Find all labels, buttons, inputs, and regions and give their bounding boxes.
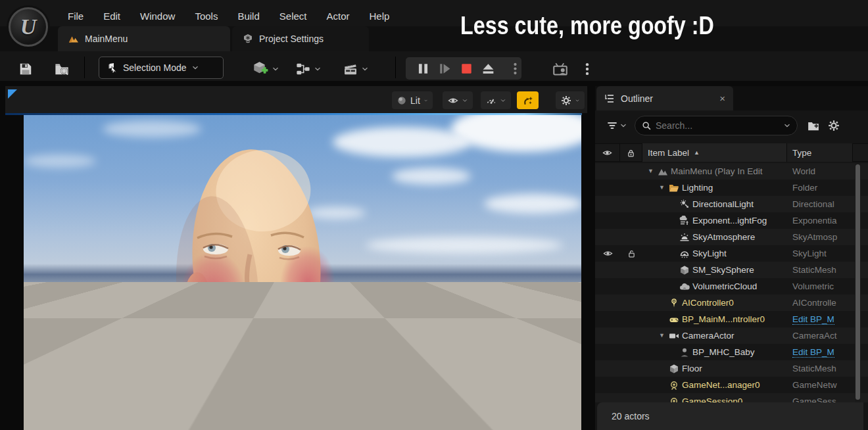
- camera-icon: [669, 331, 679, 341]
- play-options-kebab-icon[interactable]: [508, 62, 522, 76]
- item-label-column-header[interactable]: Item Label ▲: [642, 143, 787, 162]
- filter-dropdown[interactable]: [607, 120, 627, 131]
- save-button[interactable]: [18, 62, 33, 76]
- selection-mode-dropdown[interactable]: Selection Mode: [99, 57, 224, 79]
- outliner-row[interactable]: VolumetricCloudVolumetric: [595, 278, 868, 295]
- actor-type: StaticMesh: [792, 265, 857, 275]
- lock-column-header[interactable]: [620, 143, 642, 162]
- stop-button[interactable]: [460, 62, 473, 76]
- show-flags-dropdown[interactable]: [443, 91, 473, 109]
- expander-arrow-icon[interactable]: ▼: [659, 327, 669, 344]
- chevron-down-icon[interactable]: [784, 122, 790, 129]
- chevron-down-icon: [500, 97, 506, 104]
- menu-help[interactable]: Help: [360, 11, 400, 22]
- unreal-editor-window: U FileEditWindowToolsBuildSelectActorHel…: [0, 0, 868, 430]
- lock-icon: [627, 148, 635, 158]
- outliner-row[interactable]: FloorStaticMesh: [595, 360, 868, 377]
- menu-edit[interactable]: Edit: [93, 11, 130, 22]
- tab-project-settings[interactable]: Project Settings: [232, 26, 369, 51]
- create-folder-button[interactable]: [807, 120, 820, 131]
- gauge-icon: [486, 95, 496, 106]
- menu-tools[interactable]: Tools: [185, 11, 228, 22]
- eye-icon: [448, 95, 458, 106]
- mesh-icon: [679, 265, 690, 275]
- row-lock-toggle[interactable]: [620, 249, 642, 258]
- outliner-row[interactable]: DirectionalLightDirectional: [595, 196, 868, 212]
- lock-open-icon: [627, 249, 636, 258]
- row-visibility-toggle[interactable]: [595, 249, 620, 258]
- outliner-settings-button[interactable]: [828, 120, 840, 131]
- pause-button[interactable]: [416, 62, 430, 76]
- actor-type: Folder: [792, 183, 857, 193]
- outliner-tab-label: Outliner: [621, 93, 713, 104]
- type-column-header[interactable]: Type: [787, 143, 853, 162]
- outliner-footer: 20 actors: [597, 402, 863, 430]
- viewport-settings-dropdown[interactable]: [556, 91, 585, 109]
- menubar-items: FileEditWindowToolsBuildSelectActorHelp: [58, 5, 399, 26]
- netman-icon: [669, 380, 679, 391]
- menu-build[interactable]: Build: [228, 11, 269, 22]
- sky-atm-icon: [679, 232, 690, 243]
- play-button[interactable]: Play: [486, 330, 524, 355]
- performance-dropdown[interactable]: [481, 91, 511, 109]
- expander-arrow-icon[interactable]: ▼: [659, 179, 669, 196]
- eject-button[interactable]: [481, 62, 495, 76]
- view-mode-dropdown[interactable]: Lit: [392, 91, 433, 109]
- outliner-scrollbar-thumb[interactable]: [856, 164, 860, 400]
- edit-blueprint-link[interactable]: Edit BP_M: [792, 347, 834, 358]
- outliner-row[interactable]: ▼MainMenu (Play In EditWorld: [595, 163, 868, 179]
- outliner-row[interactable]: AIController0AIControlle: [595, 295, 868, 311]
- blueprints-button[interactable]: [296, 62, 310, 76]
- close-icon[interactable]: ×: [719, 93, 725, 104]
- viewport-focus-indicator: [8, 89, 17, 99]
- blueprints-chevron-icon[interactable]: [314, 66, 321, 72]
- gear-icon: [561, 95, 571, 106]
- menu-select[interactable]: Select: [270, 11, 317, 22]
- dir-light-icon: [679, 199, 690, 210]
- ai-icon: [669, 298, 679, 308]
- add-actor-chevron-icon[interactable]: [272, 66, 279, 72]
- tab-mainmenu[interactable]: MainMenu: [58, 26, 230, 51]
- toolbar-kebab-icon[interactable]: [580, 62, 594, 76]
- actor-type: Exponentia: [792, 216, 857, 226]
- outliner-row[interactable]: GameSession0GameSess: [595, 393, 868, 402]
- world-icon: [658, 166, 668, 177]
- outliner-row[interactable]: ▼LightingFolder: [595, 179, 868, 196]
- platforms-button[interactable]: [551, 62, 569, 78]
- outliner-row[interactable]: BP_MainM...ntroller0Edit BP_M: [595, 311, 868, 327]
- visibility-column-header[interactable]: [595, 143, 620, 162]
- search-input[interactable]: [656, 120, 779, 131]
- chevron-down-icon: [462, 97, 468, 104]
- outliner-tab-bar: Outliner ×: [595, 86, 868, 110]
- outliner-row[interactable]: BP_MHC_BabyEdit BP_M: [595, 344, 868, 360]
- selection-mode-icon: [107, 62, 118, 73]
- actor-type: Volumetric: [792, 281, 857, 291]
- content-browser-button[interactable]: [55, 62, 69, 76]
- menu-window[interactable]: Window: [130, 11, 185, 22]
- outliner-row[interactable]: SkyAtmosphereSkyAtmosp: [595, 229, 868, 245]
- exit-button[interactable]: Exit: [486, 379, 524, 404]
- add-actor-button[interactable]: [253, 60, 268, 76]
- visual-effects-toggle-button[interactable]: [517, 91, 539, 109]
- actor-type: World: [792, 166, 857, 176]
- cinematics-chevron-icon[interactable]: [362, 66, 368, 72]
- expander-arrow-icon[interactable]: ▼: [648, 163, 658, 179]
- viewport-render[interactable]: Play Exit: [24, 115, 581, 430]
- outliner-row[interactable]: ▼CameraActorCameraAct: [595, 327, 868, 344]
- unreal-logo-icon[interactable]: U: [9, 7, 48, 47]
- chevron-down-icon: [575, 97, 579, 104]
- edit-blueprint-link[interactable]: Edit BP_M: [792, 314, 834, 325]
- outliner-tab[interactable]: Outliner ×: [596, 86, 733, 110]
- search-box[interactable]: [635, 116, 798, 135]
- folder-open-icon: [669, 183, 679, 193]
- outliner-row[interactable]: SkyLightSkyLight: [595, 245, 868, 262]
- menu-actor[interactable]: Actor: [316, 11, 359, 22]
- outliner-row[interactable]: SM_SkySphereStaticMesh: [595, 262, 868, 278]
- step-frame-button[interactable]: [438, 62, 452, 76]
- outliner-row[interactable]: Exponent...ightFogExponentia: [595, 212, 868, 229]
- outliner-row[interactable]: GameNet...anager0GameNetw: [595, 377, 868, 393]
- filter-icon: [607, 120, 617, 131]
- menu-file[interactable]: File: [58, 11, 93, 22]
- cinematics-button[interactable]: [343, 62, 358, 76]
- eye-icon: [602, 148, 612, 158]
